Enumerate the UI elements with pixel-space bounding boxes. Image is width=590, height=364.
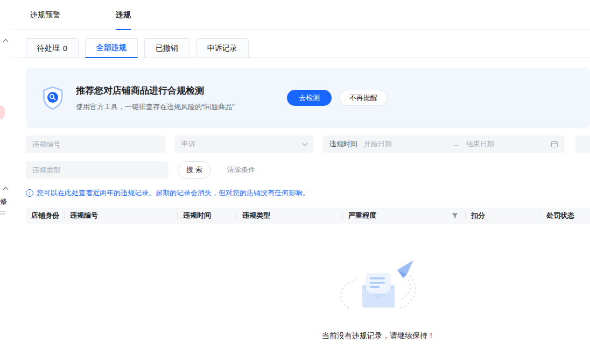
- shield-scan-icon: [40, 85, 65, 110]
- banner-subtitle: 使用官方工具，一键排查存在违规风险的“问题商品”: [76, 102, 235, 112]
- column-label: 违规类型: [242, 211, 270, 220]
- sidebar-collapse-caret-icon[interactable]: [3, 39, 9, 45]
- calendar-icon: [551, 140, 558, 148]
- violation-no-input[interactable]: [26, 135, 166, 153]
- info-icon: i: [26, 189, 33, 197]
- subtab-label: 全部违规: [96, 43, 127, 53]
- empty-message: 当前没有违规记录，请继续保持！: [26, 331, 590, 341]
- no-reminder-button[interactable]: 不再提醒: [339, 90, 388, 106]
- banner-buttons: 去检测 不再提醒: [287, 90, 388, 106]
- records-notice: i 您可以在此处查看近两年的违规记录。超期的记录会消失，但对您的店铺没有任何影响…: [26, 188, 590, 198]
- column-label: 严重程度: [348, 211, 376, 220]
- column-label: 扣分: [471, 211, 485, 220]
- violation-time-range-picker[interactable]: 违规时间 开始日期 → 结束日期: [323, 135, 565, 153]
- go-detect-button[interactable]: 去检测: [287, 90, 332, 106]
- sidebar-text-fragment: 修: [0, 197, 7, 206]
- subtab-appeal-records[interactable]: 申诉记录: [196, 38, 249, 58]
- column-shop-identity: 店铺身份: [26, 208, 65, 224]
- appeal-select-value: 申诉: [181, 139, 195, 149]
- severity-filter-icon[interactable]: [452, 213, 458, 219]
- end-date-placeholder: 结束日期: [466, 139, 494, 149]
- range-arrow-icon: →: [452, 140, 466, 148]
- subtab-pending[interactable]: 待处理 0: [26, 38, 79, 58]
- subtab-revoked[interactable]: 已撤销: [144, 38, 189, 58]
- column-penalty-status: 处罚状态: [541, 208, 590, 224]
- column-violation-time: 违规时间: [178, 208, 237, 224]
- compliance-check-banner: 推荐您对店铺商品进行合规检测 使用官方工具，一键排查存在违规风险的“问题商品” …: [26, 68, 590, 128]
- violations-page: 修 违规预警 违规 待处理 0 全部违规 已撤销 申诉记录: [0, 0, 590, 364]
- main-content: 违规预警 违规 待处理 0 全部违规 已撤销 申诉记录: [11, 0, 590, 341]
- search-button[interactable]: 搜 索: [178, 161, 211, 179]
- clipped-control-fragment[interactable]: [575, 135, 590, 153]
- subtab-pending-count: 0: [63, 44, 67, 53]
- notice-text: 您可以在此处查看近两年的违规记录。超期的记录会消失，但对您的店铺没有任何影响。: [37, 188, 310, 198]
- empty-state: 当前没有违规记录，请继续保持！: [26, 257, 590, 341]
- start-date-placeholder: 开始日期: [364, 139, 452, 149]
- column-violation-no: 违规编号: [65, 208, 178, 224]
- column-severity: 严重程度: [343, 208, 466, 224]
- banner-text: 推荐您对店铺商品进行合规检测 使用官方工具，一键排查存在违规风险的“问题商品”: [76, 84, 235, 112]
- sidebar-badge-fragment: [0, 105, 5, 119]
- column-label: 店铺身份: [31, 211, 59, 220]
- subtab-label: 申诉记录: [207, 44, 237, 53]
- chevron-down-icon: [302, 141, 307, 146]
- column-label: 违规编号: [70, 211, 98, 220]
- banner-title: 推荐您对店铺商品进行合规检测: [76, 84, 235, 97]
- column-deduct-points: 扣分: [466, 208, 541, 224]
- empty-envelope-illustration: [333, 257, 424, 317]
- column-label: 违规时间: [183, 211, 211, 220]
- appeal-select[interactable]: 申诉: [175, 135, 313, 153]
- tab-label: 违规预警: [30, 10, 60, 20]
- sidebar-collapse-caret-icon[interactable]: [3, 187, 9, 192]
- subtab-label: 已撤销: [156, 44, 178, 53]
- tab-label: 违规: [116, 10, 131, 20]
- column-label: 处罚状态: [546, 211, 574, 220]
- subtab-all-violations[interactable]: 全部违规: [85, 38, 138, 58]
- violation-time-label: 违规时间: [329, 139, 357, 149]
- column-violation-type: 违规类型: [237, 208, 343, 224]
- sub-tab-bar: 待处理 0 全部违规 已撤销 申诉记录: [11, 30, 590, 58]
- tab-violation-warning[interactable]: 违规预警: [30, 0, 60, 30]
- filter-row-2: 搜 索 清除条件: [26, 161, 590, 179]
- clear-filters-button[interactable]: 清除条件: [227, 165, 255, 175]
- sidebar-text-fragment: [0, 211, 5, 216]
- violations-table-header: 店铺身份 违规编号 违规时间 违规类型 严重程度 扣分: [26, 208, 590, 224]
- tab-violation[interactable]: 违规: [116, 0, 131, 30]
- violation-type-input[interactable]: [26, 161, 168, 179]
- filter-row-1: 申诉 违规时间 开始日期 → 结束日期: [26, 135, 590, 153]
- subtab-label: 待处理: [37, 44, 60, 53]
- top-tab-bar: 违规预警 违规: [11, 0, 590, 30]
